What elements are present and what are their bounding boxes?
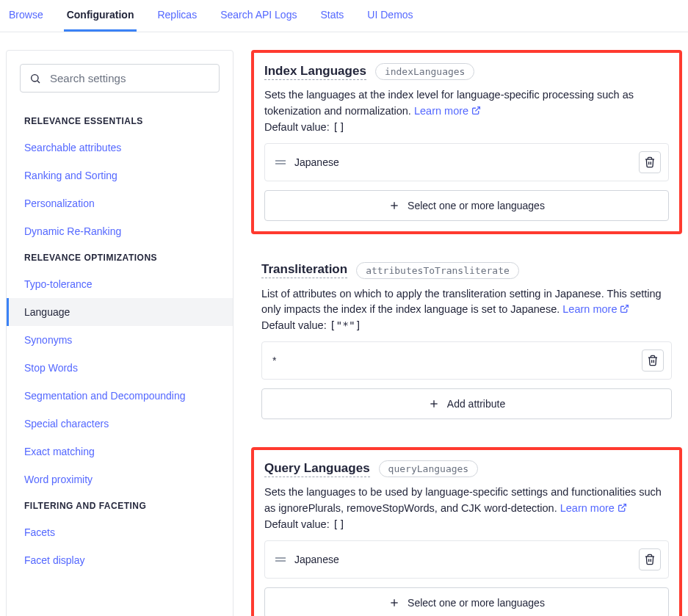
sidebar-item-facets[interactable]: Facets	[7, 518, 233, 546]
tab-stats[interactable]: Stats	[317, 0, 347, 32]
setting-desc-query-languages: Sets the languages to be used by languag…	[264, 485, 669, 517]
trash-icon	[644, 554, 656, 565]
tab-replicas[interactable]: Replicas	[154, 0, 200, 32]
learn-more-link[interactable]: Learn more	[414, 105, 481, 117]
setting-code-transliteration: attributesToTransliterate	[356, 262, 519, 279]
sidebar-item-stop-words[interactable]: Stop Words	[7, 354, 233, 382]
search-settings-box[interactable]	[20, 64, 220, 93]
sidebar-item-segmentation[interactable]: Segmentation and Decompounding	[7, 382, 233, 410]
value-text: Japanese	[294, 156, 630, 168]
trash-icon	[644, 156, 656, 168]
section-relevance-optimizations: RELEVANCE OPTIMIZATIONS	[7, 245, 233, 270]
setting-code-query-languages: queryLanguages	[379, 460, 479, 477]
default-value-index-languages: Default value: []	[264, 121, 669, 133]
add-language-button[interactable]: Select one or more languages	[264, 587, 669, 617]
search-icon	[29, 73, 41, 84]
delete-button[interactable]	[642, 349, 664, 372]
delete-button[interactable]	[639, 151, 661, 173]
sidebar-item-ranking-sorting[interactable]: Ranking and Sorting	[7, 162, 233, 189]
sidebar-item-special-characters[interactable]: Special characters	[7, 410, 233, 438]
learn-more-link[interactable]: Learn more	[562, 303, 629, 315]
trash-icon	[647, 355, 659, 366]
sidebar-item-dynamic-reranking[interactable]: Dynamic Re-Ranking	[7, 217, 233, 245]
drag-handle-icon[interactable]	[275, 557, 286, 562]
tab-search-api-logs[interactable]: Search API Logs	[217, 0, 300, 32]
value-text: *	[272, 355, 633, 366]
section-filtering-faceting: FILTERING AND FACETING	[7, 493, 233, 518]
tab-browse[interactable]: Browse	[6, 0, 46, 32]
default-value-transliteration: Default value: ["*"]	[261, 319, 672, 331]
default-value-query-languages: Default value: []	[264, 518, 669, 530]
svg-line-8	[621, 504, 626, 508]
setting-title-index-languages: Index Languages	[264, 64, 366, 80]
plus-icon	[388, 200, 400, 211]
setting-transliteration: Transliteration attributesToTransliterat…	[251, 252, 682, 430]
external-link-icon	[471, 106, 481, 115]
external-link-icon	[618, 503, 627, 512]
sidebar-item-synonyms[interactable]: Synonyms	[7, 326, 233, 354]
setting-query-languages: Query Languages queryLanguages Sets the …	[251, 447, 682, 616]
svg-line-5	[624, 305, 629, 310]
setting-title-transliteration: Transliteration	[261, 262, 347, 278]
top-tabs: Browse Configuration Replicas Search API…	[0, 0, 688, 32]
plus-icon	[428, 398, 440, 410]
setting-desc-transliteration: List of attributes on which to apply the…	[261, 286, 672, 319]
add-attribute-button[interactable]: Add attribute	[261, 388, 672, 419]
sidebar-item-searchable-attributes[interactable]: Searchable attributes	[7, 134, 233, 162]
settings-sidebar: RELEVANCE ESSENTIALS Searchable attribut…	[6, 50, 233, 616]
sidebar-item-facet-display[interactable]: Facet display	[7, 546, 233, 574]
value-row-query-languages: Japanese	[264, 540, 669, 579]
settings-content: Index Languages indexLanguages Sets the …	[233, 50, 682, 616]
drag-handle-icon[interactable]	[275, 160, 286, 164]
sidebar-item-word-proximity[interactable]: Word proximity	[7, 465, 233, 493]
learn-more-link[interactable]: Learn more	[560, 502, 627, 514]
value-row-transliteration: *	[261, 341, 672, 380]
search-input[interactable]	[50, 72, 210, 84]
setting-title-query-languages: Query Languages	[264, 461, 370, 477]
sidebar-item-language[interactable]: Language	[7, 298, 233, 326]
setting-index-languages: Index Languages indexLanguages Sets the …	[251, 50, 682, 234]
add-language-button[interactable]: Select one or more languages	[264, 190, 669, 221]
section-relevance-essentials: RELEVANCE ESSENTIALS	[7, 109, 233, 134]
svg-point-0	[32, 74, 38, 81]
tab-configuration[interactable]: Configuration	[64, 0, 137, 32]
value-text: Japanese	[294, 554, 630, 565]
plus-icon	[388, 597, 400, 609]
external-link-icon	[620, 304, 629, 314]
sidebar-item-personalization[interactable]: Personalization	[7, 189, 233, 217]
sidebar-item-exact-matching[interactable]: Exact matching	[7, 438, 233, 465]
value-row-index-languages: Japanese	[264, 143, 669, 181]
svg-line-2	[476, 106, 480, 111]
setting-code-index-languages: indexLanguages	[375, 63, 475, 80]
setting-desc-index-languages: Sets the languages at the index level fo…	[264, 87, 669, 120]
svg-line-1	[37, 81, 40, 83]
delete-button[interactable]	[639, 548, 661, 570]
sidebar-item-typo-tolerance[interactable]: Typo-tolerance	[7, 270, 233, 298]
tab-ui-demos[interactable]: UI Demos	[364, 0, 416, 32]
